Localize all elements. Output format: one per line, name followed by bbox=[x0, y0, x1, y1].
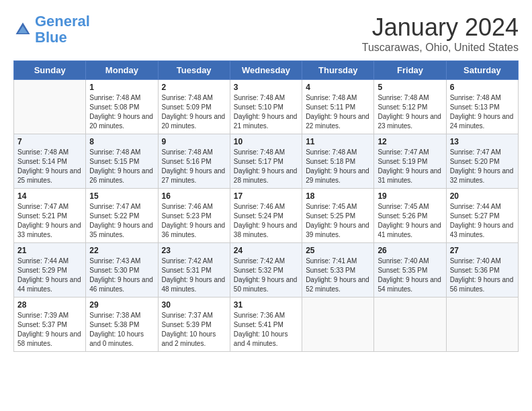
calendar-cell: 11Sunrise: 7:48 AMSunset: 5:18 PMDayligh… bbox=[302, 134, 374, 189]
logo-blue: Blue bbox=[35, 29, 67, 46]
calendar-cell: 31Sunrise: 7:36 AMSunset: 5:41 PMDayligh… bbox=[230, 298, 302, 352]
day-number: 29 bbox=[89, 300, 154, 310]
day-info: Sunrise: 7:48 AMSunset: 5:18 PMDaylight:… bbox=[306, 148, 370, 185]
day-number: 10 bbox=[234, 137, 298, 146]
day-of-week-header: Thursday bbox=[302, 61, 374, 80]
day-number: 24 bbox=[234, 246, 298, 255]
day-info: Sunrise: 7:48 AMSunset: 5:11 PMDaylight:… bbox=[306, 93, 370, 131]
day-number: 22 bbox=[89, 246, 154, 255]
calendar-week-row: 28Sunrise: 7:39 AMSunset: 5:37 PMDayligh… bbox=[14, 298, 519, 352]
day-number: 21 bbox=[17, 246, 82, 255]
day-info: Sunrise: 7:46 AMSunset: 5:24 PMDaylight:… bbox=[234, 202, 298, 240]
day-number: 20 bbox=[450, 191, 515, 201]
calendar-cell: 7Sunrise: 7:48 AMSunset: 5:14 PMDaylight… bbox=[14, 134, 86, 189]
calendar-week-row: 1Sunrise: 7:48 AMSunset: 5:08 PMDaylight… bbox=[14, 80, 519, 134]
day-number: 11 bbox=[306, 137, 370, 146]
calendar-cell: 16Sunrise: 7:46 AMSunset: 5:23 PMDayligh… bbox=[158, 189, 230, 243]
calendar-cell: 22Sunrise: 7:43 AMSunset: 5:30 PMDayligh… bbox=[86, 243, 158, 298]
logo-general: General bbox=[35, 13, 90, 30]
day-number: 31 bbox=[234, 300, 298, 310]
day-number: 25 bbox=[306, 246, 370, 255]
day-number: 15 bbox=[89, 191, 154, 201]
day-of-week-header: Monday bbox=[86, 61, 158, 80]
calendar-cell: 10Sunrise: 7:48 AMSunset: 5:17 PMDayligh… bbox=[230, 134, 302, 189]
day-number: 23 bbox=[162, 246, 226, 255]
day-of-week-header: Tuesday bbox=[158, 61, 230, 80]
day-number: 18 bbox=[306, 191, 370, 201]
day-info: Sunrise: 7:48 AMSunset: 5:13 PMDaylight:… bbox=[450, 93, 515, 131]
day-info: Sunrise: 7:47 AMSunset: 5:19 PMDaylight:… bbox=[378, 148, 442, 185]
day-of-week-header: Friday bbox=[374, 61, 446, 80]
calendar-cell: 12Sunrise: 7:47 AMSunset: 5:19 PMDayligh… bbox=[374, 134, 446, 189]
day-info: Sunrise: 7:43 AMSunset: 5:30 PMDaylight:… bbox=[89, 257, 154, 294]
calendar-cell: 29Sunrise: 7:38 AMSunset: 5:38 PMDayligh… bbox=[86, 298, 158, 352]
calendar-header-row: SundayMondayTuesdayWednesdayThursdayFrid… bbox=[14, 61, 519, 80]
calendar-cell: 20Sunrise: 7:44 AMSunset: 5:27 PMDayligh… bbox=[446, 189, 518, 243]
day-number: 9 bbox=[162, 137, 226, 146]
day-of-week-header: Wednesday bbox=[230, 61, 302, 80]
calendar-cell: 3Sunrise: 7:48 AMSunset: 5:10 PMDaylight… bbox=[230, 80, 302, 134]
logo-icon bbox=[13, 20, 32, 39]
day-number: 6 bbox=[450, 83, 515, 92]
day-info: Sunrise: 7:48 AMSunset: 5:16 PMDaylight:… bbox=[162, 148, 226, 185]
calendar-cell: 9Sunrise: 7:48 AMSunset: 5:16 PMDaylight… bbox=[158, 134, 230, 189]
calendar-cell: 14Sunrise: 7:47 AMSunset: 5:21 PMDayligh… bbox=[14, 189, 86, 243]
calendar-cell: 23Sunrise: 7:42 AMSunset: 5:31 PMDayligh… bbox=[158, 243, 230, 298]
day-info: Sunrise: 7:47 AMSunset: 5:21 PMDaylight:… bbox=[17, 202, 82, 240]
day-info: Sunrise: 7:41 AMSunset: 5:33 PMDaylight:… bbox=[306, 257, 370, 294]
calendar-cell: 6Sunrise: 7:48 AMSunset: 5:13 PMDaylight… bbox=[446, 80, 518, 134]
calendar-cell: 26Sunrise: 7:40 AMSunset: 5:35 PMDayligh… bbox=[374, 243, 446, 298]
calendar-cell: 4Sunrise: 7:48 AMSunset: 5:11 PMDaylight… bbox=[302, 80, 374, 134]
day-number: 27 bbox=[450, 246, 515, 255]
day-info: Sunrise: 7:42 AMSunset: 5:32 PMDaylight:… bbox=[234, 257, 298, 294]
day-info: Sunrise: 7:44 AMSunset: 5:29 PMDaylight:… bbox=[17, 257, 82, 294]
day-info: Sunrise: 7:42 AMSunset: 5:31 PMDaylight:… bbox=[162, 257, 226, 294]
calendar-cell: 1Sunrise: 7:48 AMSunset: 5:08 PMDaylight… bbox=[86, 80, 158, 134]
day-number: 13 bbox=[450, 137, 515, 146]
day-number: 3 bbox=[234, 83, 298, 92]
month-title: January 2024 bbox=[362, 13, 519, 42]
day-info: Sunrise: 7:45 AMSunset: 5:26 PMDaylight:… bbox=[378, 202, 442, 240]
day-of-week-header: Sunday bbox=[14, 61, 86, 80]
day-of-week-header: Saturday bbox=[446, 61, 518, 80]
calendar-cell: 21Sunrise: 7:44 AMSunset: 5:29 PMDayligh… bbox=[14, 243, 86, 298]
calendar-cell: 25Sunrise: 7:41 AMSunset: 5:33 PMDayligh… bbox=[302, 243, 374, 298]
calendar-cell bbox=[302, 298, 374, 352]
logo-text: General Blue bbox=[35, 13, 90, 46]
day-info: Sunrise: 7:38 AMSunset: 5:38 PMDaylight:… bbox=[89, 311, 154, 349]
day-number: 7 bbox=[17, 137, 82, 146]
calendar-table: SundayMondayTuesdayWednesdayThursdayFrid… bbox=[13, 60, 519, 352]
day-number: 14 bbox=[17, 191, 82, 201]
day-number: 17 bbox=[234, 191, 298, 201]
calendar-cell: 30Sunrise: 7:37 AMSunset: 5:39 PMDayligh… bbox=[158, 298, 230, 352]
calendar-cell: 15Sunrise: 7:47 AMSunset: 5:22 PMDayligh… bbox=[86, 189, 158, 243]
day-info: Sunrise: 7:46 AMSunset: 5:23 PMDaylight:… bbox=[162, 202, 226, 240]
day-info: Sunrise: 7:48 AMSunset: 5:15 PMDaylight:… bbox=[89, 148, 154, 185]
calendar-cell: 17Sunrise: 7:46 AMSunset: 5:24 PMDayligh… bbox=[230, 189, 302, 243]
location: Tuscarawas, Ohio, United States bbox=[362, 42, 519, 54]
page-header: General Blue January 2024 Tuscarawas, Oh… bbox=[13, 13, 519, 54]
calendar-cell: 2Sunrise: 7:48 AMSunset: 5:09 PMDaylight… bbox=[158, 80, 230, 134]
day-number: 28 bbox=[17, 300, 82, 310]
day-info: Sunrise: 7:48 AMSunset: 5:08 PMDaylight:… bbox=[89, 93, 154, 131]
day-info: Sunrise: 7:48 AMSunset: 5:09 PMDaylight:… bbox=[162, 93, 226, 131]
day-info: Sunrise: 7:48 AMSunset: 5:12 PMDaylight:… bbox=[378, 93, 442, 131]
day-info: Sunrise: 7:48 AMSunset: 5:17 PMDaylight:… bbox=[234, 148, 298, 185]
calendar-cell: 13Sunrise: 7:47 AMSunset: 5:20 PMDayligh… bbox=[446, 134, 518, 189]
day-number: 2 bbox=[162, 83, 226, 92]
day-number: 16 bbox=[162, 191, 226, 201]
day-info: Sunrise: 7:48 AMSunset: 5:14 PMDaylight:… bbox=[17, 148, 82, 185]
calendar-cell: 24Sunrise: 7:42 AMSunset: 5:32 PMDayligh… bbox=[230, 243, 302, 298]
calendar-cell bbox=[446, 298, 518, 352]
day-number: 19 bbox=[378, 191, 442, 201]
day-info: Sunrise: 7:48 AMSunset: 5:10 PMDaylight:… bbox=[234, 93, 298, 131]
day-info: Sunrise: 7:40 AMSunset: 5:36 PMDaylight:… bbox=[450, 257, 515, 294]
calendar-week-row: 14Sunrise: 7:47 AMSunset: 5:21 PMDayligh… bbox=[14, 189, 519, 243]
day-info: Sunrise: 7:47 AMSunset: 5:22 PMDaylight:… bbox=[89, 202, 154, 240]
logo: General Blue bbox=[13, 13, 90, 46]
calendar-cell bbox=[14, 80, 86, 134]
day-info: Sunrise: 7:45 AMSunset: 5:25 PMDaylight:… bbox=[306, 202, 370, 240]
calendar-cell: 19Sunrise: 7:45 AMSunset: 5:26 PMDayligh… bbox=[374, 189, 446, 243]
day-info: Sunrise: 7:40 AMSunset: 5:35 PMDaylight:… bbox=[378, 257, 442, 294]
day-number: 4 bbox=[306, 83, 370, 92]
